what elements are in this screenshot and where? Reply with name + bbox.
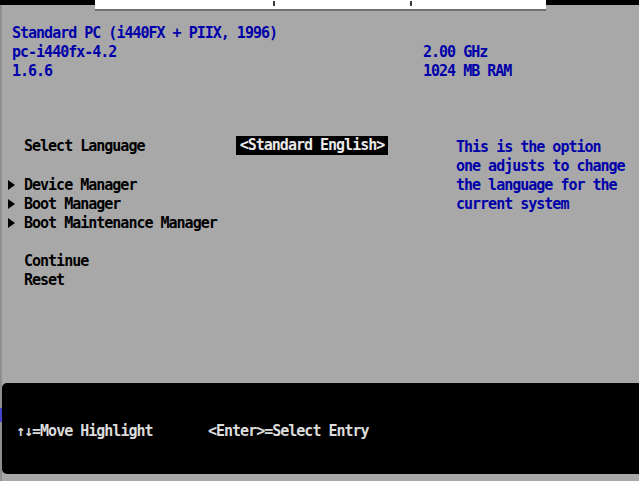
firmware-version: 1.6.6 [12, 62, 52, 81]
help-text-line: one adjusts to change [456, 157, 625, 176]
submenu-arrow-icon [8, 180, 15, 190]
submenu-arrow-icon [8, 218, 15, 228]
hint-select-entry: <Enter>=Select Entry [208, 422, 369, 441]
hint-move-highlight: ↑↓=Move Highlight [16, 422, 153, 441]
machine-type: pc-i440fx-4.2 [12, 43, 116, 62]
help-text-line: the language for the [456, 176, 617, 195]
bios-setup-screen: Standard PC (i440FX + PIIX, 1996) pc-i44… [0, 0, 639, 481]
select-language-label: Select Language [24, 137, 144, 156]
menu-item-device-manager[interactable]: Device Manager [24, 176, 136, 195]
menubar-remnant [95, 0, 546, 11]
submenu-arrow-icon [8, 199, 15, 209]
menu-item-reset[interactable]: Reset [24, 271, 64, 290]
help-text-line: This is the option [456, 138, 601, 157]
memory-size: 1024 MB RAM [423, 62, 511, 81]
menu-separator-tick [410, 1, 412, 6]
menu-item-boot-manager[interactable]: Boot Manager [24, 195, 120, 214]
select-language-value[interactable]: <Standard English> [236, 136, 388, 155]
menu-item-boot-maintenance-manager[interactable]: Boot Maintenance Manager [24, 214, 217, 233]
menu-item-continue[interactable]: Continue [24, 252, 88, 271]
help-text-line: current system [456, 195, 568, 214]
menu-separator-tick [273, 1, 275, 6]
window-left-edge-artifact [0, 408, 2, 422]
cpu-speed: 2.00 GHz [423, 43, 487, 62]
machine-name: Standard PC (i440FX + PIIX, 1996) [12, 24, 277, 43]
